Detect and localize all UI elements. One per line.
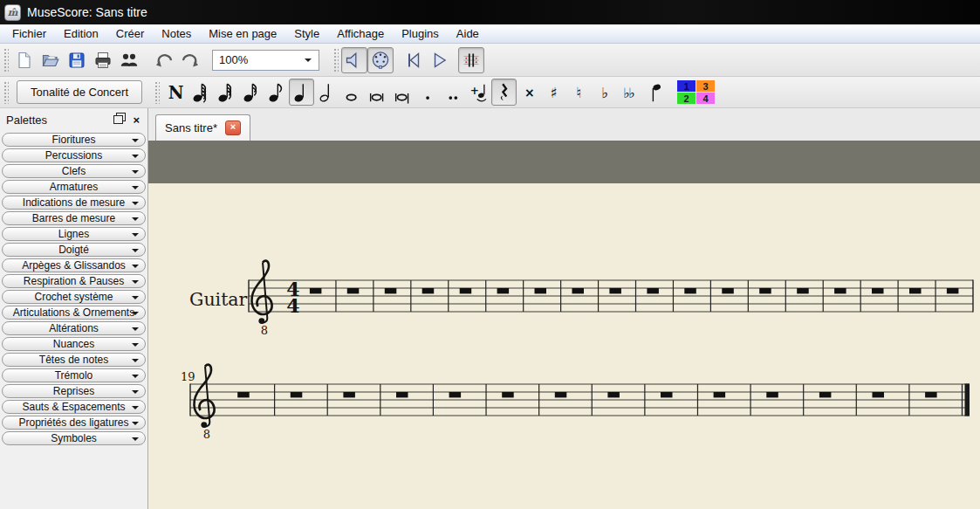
chevron-down-icon: [132, 217, 139, 224]
palette-item-crochet-syst-me[interactable]: Crochet système: [2, 290, 146, 304]
zoom-select[interactable]: 100%: [212, 50, 319, 71]
palette-item-label: Reprises: [53, 385, 94, 397]
palette-item-percussions[interactable]: Percussions: [2, 148, 146, 162]
duration-breve-button[interactable]: [365, 79, 390, 106]
note-entry-toolbar: Tonalité de Concert N+×♯♮♭♭♭ 1324: [0, 77, 980, 108]
palette-item-label: Percussions: [45, 149, 102, 162]
voice-4-button[interactable]: 4: [696, 93, 715, 104]
palette-item-sauts-espacements[interactable]: Sauts & Espacements: [2, 400, 146, 414]
palette-item-nuances[interactable]: Nuances: [2, 337, 146, 351]
note-input-mode-button[interactable]: N: [162, 79, 188, 106]
palette-item-reprises[interactable]: Reprises: [2, 384, 146, 398]
sharp-button[interactable]: ♯: [542, 79, 567, 106]
print-button[interactable]: [90, 47, 116, 73]
palette-item-arp-ges-glissandos[interactable]: Arpèges & Glissandos: [2, 258, 146, 272]
augmentation-dot-button[interactable]: [415, 79, 441, 106]
palette-item-label: Altérations: [49, 322, 99, 334]
svg-text:♭♭: ♭♭: [623, 85, 634, 101]
menu-item-cr-er[interactable]: Créer: [107, 26, 154, 41]
palette-item-alt-rations[interactable]: Altérations: [2, 321, 146, 335]
palette-item-clefs[interactable]: Clefs: [2, 164, 146, 178]
svg-text:8: 8: [261, 324, 268, 337]
toolbar-drag-handle[interactable]: [3, 80, 9, 104]
menu-item-fichier[interactable]: Fichier: [3, 26, 55, 41]
svg-text:♮: ♮: [576, 84, 581, 101]
palette-item-doigt-[interactable]: Doigté: [2, 243, 146, 257]
menu-item-notes[interactable]: Notes: [153, 26, 200, 41]
palette-item-t-tes-de-notes[interactable]: Têtes de notes: [2, 353, 146, 367]
duration-quarter-button[interactable]: [289, 79, 314, 106]
voice-3-button[interactable]: 3: [696, 80, 715, 92]
midi-icon: [370, 50, 391, 71]
menu-item-style[interactable]: Style: [285, 26, 328, 41]
play-repeats-button[interactable]: [458, 47, 484, 73]
whole-rest: [797, 288, 809, 293]
tab-close-icon[interactable]: ×: [225, 120, 241, 135]
natural-button[interactable]: ♮: [567, 79, 593, 106]
palette-item-respiration-pauses[interactable]: Respiration & Pauses: [2, 274, 146, 288]
duration-32nd-button[interactable]: [213, 79, 238, 106]
close-icon[interactable]: ×: [131, 113, 141, 127]
duration-longa-button[interactable]: [390, 79, 415, 106]
menu-item-edition[interactable]: Edition: [55, 26, 107, 41]
voice-1-button[interactable]: 1: [677, 80, 696, 92]
whole-rest: [947, 288, 959, 293]
new-file-button[interactable]: [11, 47, 38, 73]
double-sharp-button[interactable]: ×: [517, 79, 542, 106]
musescore-connect-button[interactable]: [116, 47, 142, 73]
double-augmentation-dot-button[interactable]: [441, 79, 466, 106]
svg-text:4: 4: [286, 294, 299, 317]
undock-icon[interactable]: [113, 115, 123, 124]
play-button[interactable]: [426, 47, 452, 73]
score-canvas[interactable]: 8Guitar44819: [148, 141, 980, 509]
duration-half-button[interactable]: [314, 79, 339, 106]
duration-64th-button[interactable]: [188, 79, 213, 106]
rest-button[interactable]: [491, 79, 517, 106]
palette-item-articulations-ornements[interactable]: Articulations & Ornements: [2, 306, 146, 320]
window-title: MuseScore: Sans titre: [27, 5, 147, 19]
redo-icon: [180, 50, 201, 71]
palette-item-indications-de-mesure[interactable]: Indications de mesure: [2, 196, 146, 210]
palette-item-propri-t-s-des-ligatures[interactable]: Propriétés des ligatures: [2, 416, 146, 430]
palette-item-lignes[interactable]: Lignes: [2, 227, 146, 241]
toolbar-drag-handle[interactable]: [154, 80, 160, 104]
palette-item-barres-de-mesure[interactable]: Barres de mesure: [2, 211, 146, 225]
toolbar-drag-handle[interactable]: [332, 47, 339, 72]
menu-item-aide[interactable]: Aide: [448, 26, 488, 41]
flip-direction-button[interactable]: [643, 79, 668, 106]
palette-item-fioritures[interactable]: Fioritures: [2, 133, 146, 147]
document-tab[interactable]: Sans titre* ×: [155, 114, 250, 141]
duration-whole-button[interactable]: [339, 79, 365, 106]
toggle-sound-button[interactable]: [341, 47, 367, 73]
save-file-button[interactable]: [64, 47, 90, 73]
open-file-icon: [40, 50, 61, 71]
palette-item-label: Fioritures: [51, 134, 95, 146]
palette-item-tr-molo[interactable]: Trémolo: [2, 368, 146, 382]
flat-button[interactable]: ♭: [593, 79, 618, 106]
duration-eighth-button[interactable]: [264, 79, 289, 106]
svg-text:N: N: [168, 82, 183, 102]
menu-bar: FichierEditionCréerNotesMise en pageStyl…: [0, 24, 980, 44]
concert-pitch-button[interactable]: Tonalité de Concert: [17, 80, 142, 104]
undo-button[interactable]: [151, 47, 177, 73]
duration-16th-button[interactable]: [238, 79, 264, 106]
palette-item-armatures[interactable]: Armatures: [2, 180, 146, 194]
whole-rest: [607, 392, 620, 397]
menu-item-affichage[interactable]: Affichage: [328, 26, 393, 41]
natural-icon: ♮: [570, 81, 591, 104]
voice-2-button[interactable]: 2: [677, 93, 696, 104]
whole-rest: [343, 392, 355, 397]
menu-item-mise-en-page[interactable]: Mise en page: [200, 26, 285, 41]
palette-item-symboles[interactable]: Symboles: [2, 431, 146, 445]
redo-button[interactable]: [177, 47, 203, 73]
whole-rest: [347, 288, 360, 293]
rewind-button[interactable]: [400, 47, 426, 73]
toolbar-drag-handle[interactable]: [3, 47, 9, 72]
tie-button[interactable]: +: [466, 79, 491, 106]
double-flat-button[interactable]: ♭♭: [618, 79, 643, 106]
palette-item-label: Crochet système: [34, 291, 113, 303]
toggle-midi-input-button[interactable]: [367, 47, 394, 73]
open-file-button[interactable]: [38, 47, 64, 73]
palettes-header: Palettes ×: [0, 108, 147, 131]
menu-item-plugins[interactable]: Plugins: [393, 26, 448, 41]
